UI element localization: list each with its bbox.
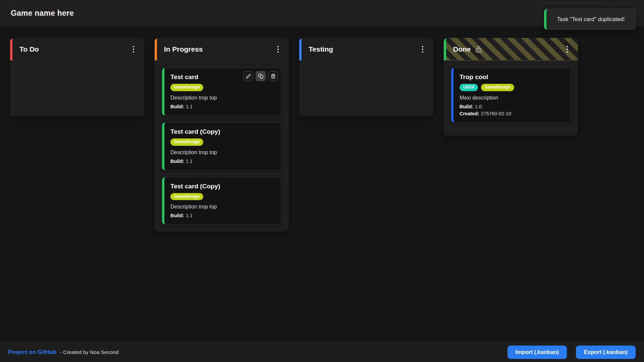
column-title: Testing: [309, 45, 333, 53]
card-tags: GameDesign: [170, 138, 275, 146]
column-header: To Do: [10, 38, 144, 61]
card-build: Build:1.1: [170, 158, 275, 165]
column-in-progress: In Progress Test card: [155, 38, 289, 232]
tag-badge: GameDesign: [170, 84, 203, 91]
column-title: To Do: [19, 45, 39, 53]
card-description: Description trop top: [170, 95, 275, 101]
kebab-menu-icon[interactable]: [564, 44, 571, 55]
card-build: Build:1.0: [460, 103, 564, 110]
column-card-list: Trop cool UI/UX GameDesign Maxi descript…: [444, 61, 578, 136]
tag-badge: GameDesign: [481, 84, 514, 91]
page-title: Game name here: [11, 9, 74, 18]
pencil-icon[interactable]: [243, 71, 253, 81]
card-created: Created:275760-02-10: [460, 110, 564, 117]
column-testing: Testing: [299, 38, 433, 117]
column-done: Done Trop cool UI/UX GameDesign Maxi des…: [444, 38, 578, 136]
column-header-locked: Done: [444, 38, 578, 61]
card-title: Test card (Copy): [170, 128, 275, 135]
column-header: Testing: [299, 38, 433, 61]
card-title: Trop cool: [460, 73, 564, 81]
column-accent-bar: [10, 38, 12, 60]
column-card-list[interactable]: [299, 61, 433, 117]
tag-badge: UI/UX: [460, 84, 478, 91]
column-accent-bar: [155, 38, 157, 60]
task-card[interactable]: Test card (Copy) GameDesign Description …: [162, 177, 281, 225]
app-footer: Project on GitHub - Created by Noa Secon…: [0, 342, 644, 362]
toast-message: Task "Test card" duplicated!: [557, 16, 625, 22]
task-card[interactable]: Trop cool UI/UX GameDesign Maxi descript…: [451, 68, 571, 123]
tag-badge: GameDesign: [170, 138, 203, 146]
kanban-board: To Do In Progress: [0, 27, 644, 232]
card-build: Build:1.1: [170, 212, 275, 219]
kebab-menu-icon[interactable]: [130, 44, 137, 55]
card-tags: GameDesign: [170, 193, 275, 200]
card-tags: GameDesign: [170, 84, 275, 91]
import-button[interactable]: Import (.kanban): [507, 346, 567, 359]
card-description: Description trop top: [170, 149, 275, 156]
column-accent-bar: [299, 38, 302, 60]
card-title: Test card (Copy): [170, 183, 275, 190]
tag-badge: GameDesign: [170, 193, 203, 200]
task-card[interactable]: Test card GameDesign Description trop to…: [162, 68, 281, 116]
card-description: Maxi description: [460, 95, 564, 101]
column-accent-bar: [444, 38, 446, 60]
column-title: Done: [453, 45, 471, 53]
github-link[interactable]: Project on GitHub: [8, 349, 57, 356]
trash-icon[interactable]: [268, 71, 278, 81]
column-card-list[interactable]: [10, 61, 144, 117]
footer-buttons: Import (.kanban) Export (.kanban): [507, 346, 636, 359]
column-title: In Progress: [164, 45, 203, 53]
card-build: Build:1.1: [170, 103, 275, 110]
card-tags: UI/UX GameDesign: [460, 84, 564, 91]
credit-text: - Created by Noa Second: [60, 349, 119, 355]
column-card-list: Test card GameDesign Description trop to…: [155, 61, 289, 232]
column-header: In Progress: [155, 38, 289, 61]
lock-icon: [475, 46, 482, 53]
card-description: Description trop top: [170, 204, 275, 210]
toast-notification[interactable]: Task "Test card" duplicated!: [544, 9, 636, 30]
column-to-do: To Do: [10, 38, 144, 117]
export-button[interactable]: Export (.kanban): [576, 346, 636, 359]
task-card[interactable]: Test card (Copy) GameDesign Description …: [162, 122, 281, 170]
kebab-menu-icon[interactable]: [419, 44, 426, 55]
kebab-menu-icon[interactable]: [275, 44, 281, 55]
card-actions: [243, 71, 278, 81]
copy-icon[interactable]: [256, 71, 266, 81]
